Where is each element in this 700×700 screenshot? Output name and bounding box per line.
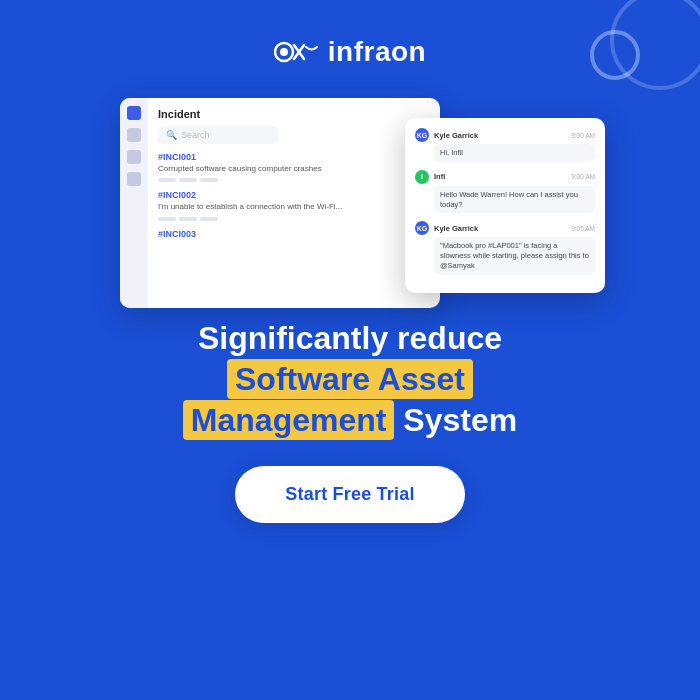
brand-name: infraon [328,36,426,68]
incident-dots-2 [158,217,430,221]
sidebar-icon-3 [127,150,141,164]
incident-id-3: #INCI003 [158,229,430,239]
sidebar-icon-home [127,106,141,120]
incident-dots-1 [158,178,430,182]
dot [158,178,176,182]
chat-header-3: KG Kyle Garrick 9:05 AM [415,221,595,235]
dot [179,217,197,221]
chat-avatar-3: KG [415,221,429,235]
chat-panel: KG Kyle Garrick 9:00 AM Hi, Infil I Infi… [405,118,605,293]
chat-sender-2: Infi [434,172,445,181]
incident-id-2: #INCI002 [158,190,430,200]
incident-item-1: #INCI001 Corrupted software causing comp… [158,152,430,182]
incident-desc-2: I'm unable to establish a connection wit… [158,202,430,212]
cta-section: Start Free Trial [235,466,464,523]
incident-sidebar [120,98,148,308]
logo-icon [274,37,318,67]
page-background: infraon Incident 🔍 Search #INCI001 Corru… [0,0,700,700]
incident-panel-title: Incident [158,108,430,120]
headline-line3: Management System [183,402,517,439]
start-free-trial-button[interactable]: Start Free Trial [235,466,464,523]
chat-avatar-2: I [415,170,429,184]
sidebar-icon-4 [127,172,141,186]
chat-bubble-1: Hi, Infil [434,144,595,162]
logo-area: infraon [274,36,426,68]
chat-time-3: 9:05 AM [571,225,595,232]
mockup-section: Incident 🔍 Search #INCI001 Corrupted sof… [0,88,700,308]
chat-sender-3: Kyle Garrick [434,224,478,233]
sidebar-icon-2 [127,128,141,142]
chat-time-2: 9:00 AM [571,173,595,180]
incident-item-2: #INCI002 I'm unable to establish a conne… [158,190,430,220]
chat-bubble-3: "Macbook pro #LAP001" is facing a slowne… [434,237,595,274]
incident-search-bar: 🔍 Search [158,126,278,144]
search-placeholder: Search [181,130,210,140]
headline-line2: Software Asset [183,361,517,398]
dot [158,217,176,221]
chat-avatar-1: KG [415,128,429,142]
incident-desc-1: Corrupted software causing computer cras… [158,164,430,174]
headline-highlight-2: Management [183,400,395,440]
chat-sender-1: Kyle Garrick [434,131,478,140]
dot [200,178,218,182]
headline-section: Significantly reduce Software Asset Mana… [143,320,557,438]
search-icon: 🔍 [166,130,177,140]
incident-id-1: #INCI001 [158,152,430,162]
dot [200,217,218,221]
incident-panel: Incident 🔍 Search #INCI001 Corrupted sof… [120,98,440,308]
chat-time-1: 9:00 AM [571,132,595,139]
svg-point-1 [280,48,288,56]
incident-content: Incident 🔍 Search #INCI001 Corrupted sof… [148,98,440,257]
chat-bubble-2: Hello Wade Warren! How can I assist you … [434,186,595,214]
chat-header-1: KG Kyle Garrick 9:00 AM [415,128,595,142]
chat-message-1: KG Kyle Garrick 9:00 AM Hi, Infil [415,128,595,162]
chat-message-2: I Infi 9:00 AM Hello Wade Warren! How ca… [415,170,595,214]
chat-header-2: I Infi 9:00 AM [415,170,595,184]
headline-suffix: System [403,402,517,438]
dot [179,178,197,182]
incident-item-3: #INCI003 [158,229,430,239]
chat-message-3: KG Kyle Garrick 9:05 AM "Macbook pro #LA… [415,221,595,274]
headline-highlight-1: Software Asset [227,359,473,399]
headline-line1: Significantly reduce [183,320,517,357]
